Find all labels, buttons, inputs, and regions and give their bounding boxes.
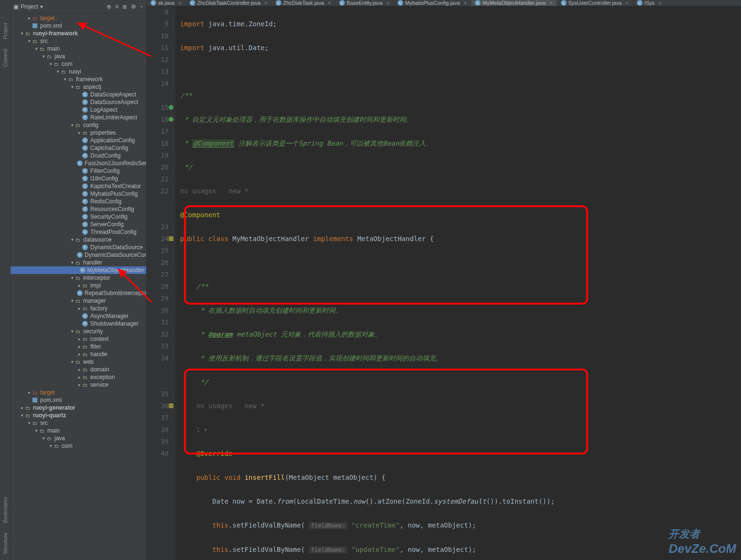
tree-item[interactable]: ▾🗀datasource <box>11 236 146 243</box>
tree-item[interactable]: CFastJson2JsonRedisSerialize <box>11 159 146 167</box>
tree-arrow-icon[interactable]: ▸ <box>27 390 32 395</box>
close-icon[interactable]: × <box>387 0 389 6</box>
line-number[interactable]: 14 <box>150 78 169 90</box>
usage-hint[interactable]: no usages <box>180 187 216 195</box>
tree-arrow-icon[interactable]: ▾ <box>70 298 75 303</box>
editor-tab[interactable]: CISys× <box>633 0 666 6</box>
tree-item[interactable]: ▸🗀ruoyi-generator <box>11 404 146 412</box>
tree-arrow-icon[interactable]: ▾ <box>70 359 75 364</box>
tree-item[interactable]: ▾🗀java <box>11 53 146 60</box>
line-number[interactable]: 16 <box>150 114 169 126</box>
close-icon[interactable]: × <box>549 0 552 6</box>
gutter-mark-icon[interactable] <box>169 117 173 122</box>
editor-tab[interactable]: CMyMetaObjectHandler.java× <box>471 0 557 6</box>
tree-item[interactable]: CApplicationConfig <box>11 137 146 144</box>
tree-item[interactable]: CI18nConfig <box>11 175 146 182</box>
tree-item[interactable]: CDataScopeAspect <box>11 91 146 98</box>
line-number[interactable] <box>150 209 169 221</box>
tree-item[interactable]: ▾🗀aspectj <box>11 83 146 91</box>
line-number[interactable]: 30 <box>150 305 169 317</box>
line-number[interactable]: 11 <box>150 42 169 54</box>
line-number[interactable]: 39 <box>150 436 169 448</box>
tree-item[interactable]: ▾🗀interceptor <box>11 274 146 282</box>
hide-icon[interactable]: − <box>140 3 143 10</box>
line-number[interactable]: 26 <box>150 257 169 269</box>
tree-arrow-icon[interactable]: ▾ <box>70 237 75 242</box>
tree-arrow-icon[interactable]: ▸ <box>77 352 82 357</box>
tree-arrow-icon[interactable]: ▾ <box>70 275 75 280</box>
tree-arrow-icon[interactable]: ▸ <box>77 375 82 380</box>
tree-item[interactable]: ▾🗀security <box>11 328 146 335</box>
tree-item[interactable]: CKaptchaTextCreator <box>11 182 146 190</box>
tree-arrow-icon[interactable]: ▸ <box>20 405 24 410</box>
target-icon[interactable]: ⊕ <box>107 3 111 10</box>
line-number[interactable]: 34 <box>150 352 169 364</box>
line-number[interactable]: 25 <box>150 245 169 257</box>
tree-item[interactable]: CServerConfig <box>11 221 146 228</box>
tree-arrow-icon[interactable]: ▸ <box>77 367 82 372</box>
line-number[interactable]: 38 <box>150 424 169 436</box>
tree-item[interactable]: ▸🗀target <box>11 389 146 396</box>
line-number[interactable]: 17 <box>150 126 169 137</box>
tree-arrow-icon[interactable]: ▾ <box>34 46 39 51</box>
line-number[interactable]: 12 <box>150 54 169 66</box>
tree-item[interactable]: ▾🗀manager <box>11 297 146 305</box>
commit-vtab[interactable]: Commit <box>1 45 9 71</box>
line-number[interactable]: 15 <box>150 102 169 114</box>
tree-arrow-icon[interactable]: ▾ <box>20 413 24 418</box>
tree-item[interactable]: CShutdownManager <box>11 320 146 328</box>
tree-item[interactable]: CRedisConfig <box>11 198 146 205</box>
tree-item[interactable]: ▸🗀target <box>11 14 146 22</box>
tree-item[interactable]: CResourcesConfig <box>11 205 146 213</box>
line-number[interactable]: 27 <box>150 269 169 281</box>
tree-arrow-icon[interactable]: ▾ <box>20 31 24 36</box>
tree-item[interactable]: CSecurityConfig <box>11 213 146 221</box>
tree-item[interactable]: CFilterConfig <box>11 167 146 175</box>
tree-arrow-icon[interactable]: ▾ <box>70 260 75 265</box>
tree-item[interactable]: CAsyncManager <box>11 312 146 320</box>
line-number[interactable]: 21 <box>150 173 169 185</box>
collapse-icon[interactable]: ≡ <box>115 3 118 10</box>
tree-item[interactable]: ▾🗀ruoyi-quartz <box>11 412 146 419</box>
line-number[interactable] <box>150 364 169 376</box>
tree-item[interactable]: CMybatisPlusConfig <box>11 190 146 198</box>
tree-arrow-icon[interactable]: ▸ <box>77 130 82 135</box>
tree-item[interactable]: ▸🗀service <box>11 381 146 389</box>
line-number[interactable]: 23 <box>150 221 169 233</box>
tree-item[interactable]: CDynamicDataSource <box>11 243 146 251</box>
editor-tab[interactable]: CZhcDiskTask.java× <box>272 0 335 6</box>
close-icon[interactable]: × <box>178 0 181 6</box>
settings-icon[interactable]: ⚙ <box>131 3 136 10</box>
tree-arrow-icon[interactable]: ▾ <box>48 444 53 448</box>
tree-arrow-icon[interactable]: ▸ <box>27 16 32 21</box>
tree-arrow-icon[interactable]: ▾ <box>70 123 75 127</box>
usage-hint[interactable]: no usages <box>196 402 233 410</box>
line-number[interactable] <box>150 376 169 388</box>
tree-arrow-icon[interactable]: ▾ <box>34 428 39 433</box>
tree-arrow-icon[interactable]: ▾ <box>48 62 53 66</box>
tree-item[interactable]: ▾🗀java <box>11 434 146 442</box>
tree-item[interactable]: ▾🗀web <box>11 358 146 366</box>
tree-item[interactable]: ▾🗀ruoyi <box>11 68 146 75</box>
tree-arrow-icon[interactable]: ▾ <box>27 421 32 425</box>
tree-item[interactable]: CRepeatSubmitInterceptor <box>11 289 146 297</box>
tree-item[interactable]: ▸🗀context <box>11 335 146 343</box>
line-number[interactable]: 8 <box>150 6 169 18</box>
close-icon[interactable]: × <box>625 0 628 6</box>
tree-item[interactable]: ▾🗀src <box>11 37 146 45</box>
line-number[interactable]: 13 <box>150 66 169 78</box>
tree-item[interactable]: ▾🗀main <box>11 427 146 434</box>
tree-item[interactable]: CLogAspect <box>11 106 146 114</box>
close-icon[interactable]: × <box>464 0 467 6</box>
line-number[interactable] <box>150 197 169 209</box>
tree-item[interactable]: ▾🗀framework <box>11 75 146 83</box>
dropdown-icon[interactable]: ▾ <box>40 3 43 10</box>
tree-arrow-icon[interactable]: ▸ <box>77 382 82 387</box>
tree-arrow-icon[interactable]: ▾ <box>41 436 46 441</box>
code-area[interactable]: 891011121314 1516171819202122 2324252627… <box>147 6 741 560</box>
close-icon[interactable]: × <box>328 0 331 6</box>
line-number[interactable]: 31 <box>150 317 169 328</box>
tree-arrow-icon[interactable]: ▾ <box>63 77 67 82</box>
line-number[interactable]: 19 <box>150 149 169 161</box>
tree-arrow-icon[interactable]: ▸ <box>77 344 82 349</box>
